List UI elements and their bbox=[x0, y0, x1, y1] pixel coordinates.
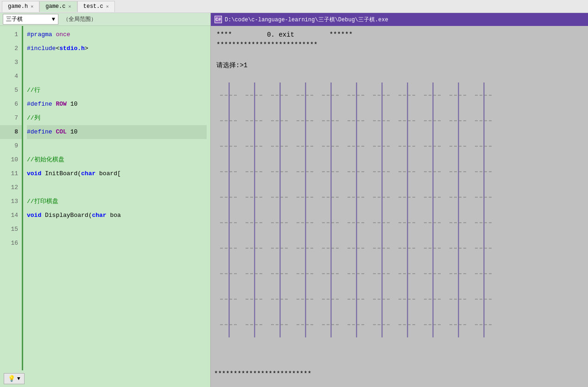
code-line-4 bbox=[27, 70, 207, 83]
line-num-11: 11 bbox=[0, 167, 22, 181]
lightbulb-button[interactable]: 💡 ▼ bbox=[4, 373, 25, 384]
board-container bbox=[216, 82, 582, 337]
tab-label-game-h: game.h bbox=[8, 3, 28, 10]
terminal-body[interactable]: **** 0. exit ****** ********************… bbox=[211, 26, 588, 387]
code-line-14: void DisplayBoard(char boa bbox=[27, 209, 207, 222]
line-num-8: 8 bbox=[0, 125, 22, 139]
code-once: once bbox=[56, 31, 70, 38]
code-line-7: //列 bbox=[27, 111, 207, 125]
line-num-16: 16 bbox=[0, 236, 22, 250]
code-line-15 bbox=[27, 222, 207, 236]
terminal-line-empty2 bbox=[216, 70, 582, 81]
line-num-13: 13 bbox=[0, 195, 22, 209]
terminal-icon-label: C# bbox=[215, 17, 221, 22]
tab-close-game-h[interactable]: ✕ bbox=[31, 4, 33, 9]
line-num-3: 3 bbox=[0, 56, 22, 70]
code-toolbar: 三子棋 ▼ （全局范围） bbox=[0, 13, 210, 26]
line-num-14: 14 bbox=[0, 209, 22, 222]
code-initboard: InitBoard( bbox=[45, 170, 81, 177]
tab-label-game-c: game.c bbox=[45, 3, 65, 10]
code-line-11: void InitBoard(char board[ bbox=[27, 167, 207, 181]
terminal-icon: C# bbox=[215, 16, 222, 23]
line-num-5: 5 bbox=[0, 83, 22, 97]
line-num-2: 2 bbox=[0, 42, 22, 56]
tab-close-test-c[interactable]: ✕ bbox=[106, 4, 109, 9]
code-col-val: 10 bbox=[67, 128, 77, 135]
terminal-header: C# D:\code\c-language-learning\三子棋\Debug… bbox=[211, 13, 588, 26]
terminal-line-stars2: ************************** bbox=[216, 40, 582, 50]
code-content[interactable]: #pragma once #include<stdio.h> //行 #defi… bbox=[23, 26, 210, 370]
line-num-12: 12 bbox=[0, 181, 22, 195]
range-label: （全局范围） bbox=[63, 15, 96, 23]
scope-dropdown[interactable]: 三子棋 ▼ bbox=[3, 14, 58, 25]
tab-close-game-c[interactable]: ✕ bbox=[68, 4, 71, 9]
code-stdio: stdio.h bbox=[59, 45, 85, 52]
code-line-10: //初始化棋盘 bbox=[27, 153, 207, 167]
line-num-10: 10 bbox=[0, 153, 22, 167]
line-num-4: 4 bbox=[0, 70, 22, 83]
code-comment-init: //初始化棋盘 bbox=[27, 156, 64, 163]
code-void-init: void bbox=[27, 170, 45, 177]
code-body: 1 2 3 4 5 6 7 8 9 10 11 12 13 14 15 16 bbox=[0, 26, 210, 370]
code-line-13: //打印棋盘 bbox=[27, 195, 207, 209]
code-pragma: #pragma bbox=[27, 31, 56, 38]
line-num-6: 6 bbox=[0, 97, 22, 111]
code-line-3 bbox=[27, 56, 207, 70]
terminal-line-prompt: 请选择:>1 bbox=[216, 60, 582, 70]
tab-game-c[interactable]: game.c ✕ bbox=[39, 1, 77, 12]
hint-bar: 💡 ▼ bbox=[0, 370, 210, 387]
code-char-init: char bbox=[81, 170, 95, 177]
code-line-9 bbox=[27, 139, 207, 153]
terminal-line-stars1: **** 0. exit ****** bbox=[216, 30, 582, 40]
scope-dropdown-arrow: ▼ bbox=[52, 16, 55, 23]
code-line-6: #define ROW 10 bbox=[27, 97, 207, 111]
code-define-row: #define bbox=[27, 101, 56, 108]
code-line-8: #define COL 10 bbox=[27, 125, 207, 139]
terminal-panel: C# D:\code\c-language-learning\三子棋\Debug… bbox=[211, 13, 588, 387]
lightbulb-icon: 💡 bbox=[8, 375, 15, 382]
code-comment-print: //打印棋盘 bbox=[27, 198, 58, 205]
code-comment-col: //列 bbox=[27, 114, 40, 121]
line-num-1: 1 bbox=[0, 28, 22, 42]
line-num-7: 7 bbox=[0, 111, 22, 125]
scope-label: 三子棋 bbox=[6, 15, 23, 23]
code-col-name: COL bbox=[56, 128, 66, 135]
board-svg bbox=[216, 82, 497, 337]
terminal-title: D:\code\c-language-learning\三子棋\Debug\三子… bbox=[225, 16, 388, 24]
code-define-col: #define bbox=[27, 128, 56, 135]
code-line-12 bbox=[27, 181, 207, 195]
line-num-9: 9 bbox=[0, 139, 22, 153]
terminal-line-empty1 bbox=[216, 50, 582, 60]
code-char-display: char bbox=[92, 212, 106, 219]
code-line-2: #include<stdio.h> bbox=[27, 42, 207, 56]
code-panel: 三子棋 ▼ （全局范围） 1 2 3 4 5 6 7 8 9 10 11 12 … bbox=[0, 13, 211, 387]
code-line-16 bbox=[27, 236, 207, 250]
code-include-end: > bbox=[85, 45, 89, 52]
tab-test-c[interactable]: test.c ✕ bbox=[77, 1, 115, 12]
code-include: #include bbox=[27, 45, 56, 52]
board-grid bbox=[216, 82, 582, 337]
code-displayboard: DisplayBoard( bbox=[45, 212, 92, 219]
lightbulb-dropdown-arrow: ▼ bbox=[17, 376, 20, 381]
code-row-name: ROW bbox=[56, 101, 66, 108]
code-line-1: #pragma once bbox=[27, 28, 207, 42]
code-line-5: //行 bbox=[27, 83, 207, 97]
code-void-display: void bbox=[27, 212, 45, 219]
code-row-val: 10 bbox=[67, 101, 77, 108]
line-numbers: 1 2 3 4 5 6 7 8 9 10 11 12 13 14 15 16 bbox=[0, 26, 23, 370]
terminal-footer-stars: ************************* bbox=[214, 370, 311, 378]
code-comment-row: //行 bbox=[27, 87, 40, 94]
tab-label-test-c: test.c bbox=[83, 3, 103, 10]
code-boa-param: boa bbox=[107, 212, 121, 219]
tab-game-h[interactable]: game.h ✕ bbox=[2, 1, 39, 12]
main-layout: 三子棋 ▼ （全局范围） 1 2 3 4 5 6 7 8 9 10 11 12 … bbox=[0, 13, 588, 387]
line-num-15: 15 bbox=[0, 222, 22, 236]
code-board-param: board[ bbox=[95, 170, 121, 177]
tab-bar: game.h ✕ game.c ✕ test.c ✕ bbox=[0, 0, 588, 13]
